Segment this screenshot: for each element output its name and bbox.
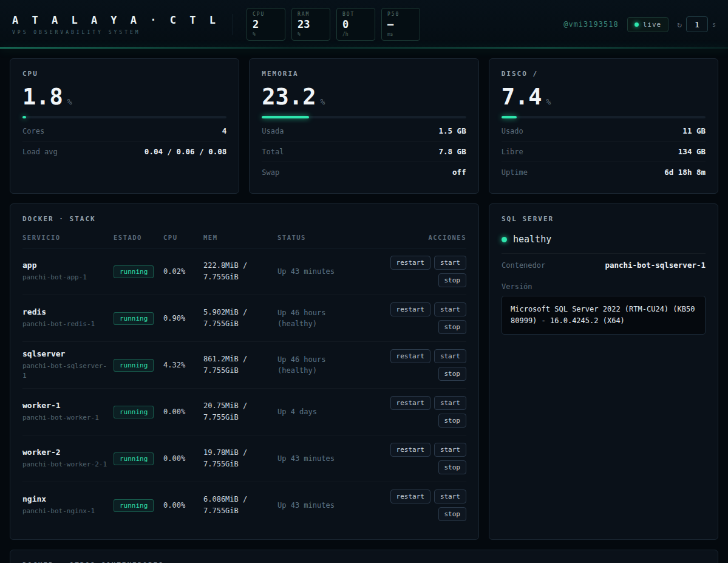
mem-cell: 20.75MiB / 7.755GiB [203, 400, 271, 423]
restart-button[interactable]: restart [390, 396, 430, 410]
actions: restart start stop [386, 302, 466, 334]
start-button[interactable]: start [434, 443, 466, 457]
status-cell: Up 46 hours (healthy) [277, 307, 350, 329]
header-stat-bot: BOT 0 /h [336, 8, 375, 41]
status-cell: Up 43 minutes [277, 266, 350, 277]
actions: restart start stop [386, 349, 466, 381]
actions: restart start stop [386, 443, 466, 474]
restart-button[interactable]: restart [390, 490, 430, 503]
mem-cell: 19.78MiB / 7.755GiB [203, 447, 271, 469]
service-row-worker-1: worker-1 panchi-bot-worker-1 running 0.0… [22, 389, 466, 435]
col-mem: MEM [203, 234, 271, 241]
running-badge: running [114, 265, 154, 278]
col-estado: ESTADO [114, 234, 157, 241]
container-label: Contenedor [502, 261, 545, 270]
docker-stack-card: DOCKER · STACK SERVICIO ESTADO CPU MEM S… [10, 203, 479, 540]
restart-button[interactable]: restart [390, 302, 430, 316]
start-button[interactable]: start [434, 256, 466, 270]
actions: restart start stop [386, 396, 466, 428]
cpu-cell: 0.90% [163, 314, 197, 322]
cpu-card: CPU 1.8 % Cores 4 Load avg 0.04 / 0.06 /… [10, 58, 239, 194]
container-name: panchi-bot-worker-1 [22, 413, 107, 423]
row-label: Usado [502, 127, 523, 135]
mem-cell: 861.2MiB / 7.755GiB [203, 353, 271, 376]
restart-button[interactable]: restart [390, 349, 430, 363]
service-name: app [22, 261, 107, 270]
start-button[interactable]: start [434, 302, 466, 316]
sql-container-row: Contenedor panchi-bot-sqlserver-1 [502, 253, 706, 276]
docker-otros-card: DOCKER · OTROS CONTENEDORES NOMBRE ESTAD… [10, 550, 718, 563]
status-cell: Up 43 minutes [277, 500, 350, 511]
cpu-cores-row: Cores 4 [22, 121, 226, 142]
live-label: live [643, 21, 662, 29]
stat-unit: % [298, 32, 324, 37]
disk-progress-fill [502, 116, 517, 118]
container-name: panchi-bot-sqlserver-1 [22, 361, 107, 381]
version-value-box: Microsoft SQL Server 2022 (RTM-CU24) (KB… [502, 296, 706, 335]
row-label: Total [262, 148, 284, 156]
restart-button[interactable]: restart [390, 256, 430, 270]
memory-percent-unit: % [320, 97, 325, 106]
service-name: nginx [22, 494, 107, 503]
live-dot-icon [634, 22, 639, 27]
memory-swap-row: Swap off [262, 162, 466, 182]
stat-label: BOT [342, 12, 369, 17]
live-status-badge[interactable]: live [627, 17, 669, 32]
version-label: Versión [502, 276, 706, 296]
restart-button[interactable]: restart [390, 443, 430, 457]
row-value: 4 [222, 126, 227, 135]
service-row-redis: redis panchi-bot-redis-1 running 0.90% 5… [22, 295, 466, 342]
running-badge: running [114, 406, 154, 418]
refresh-icon[interactable]: ↻ [677, 20, 682, 29]
row-value: off [452, 168, 466, 177]
mem-cell: 222.8MiB / 7.755GiB [203, 260, 271, 282]
stop-button[interactable]: stop [438, 507, 467, 521]
cpu-percent-unit: % [67, 97, 72, 106]
mem-cell: 5.902MiB / 7.755GiB [203, 307, 271, 329]
stat-unit: /h [342, 32, 369, 37]
cpu-card-title: CPU [22, 70, 226, 78]
actions: restart start stop [386, 490, 466, 521]
brand: A T A L A Y A · C T L VPS OBSERVABILITY … [12, 14, 233, 35]
stat-value: 0 [342, 19, 369, 30]
stat-value: 2 [253, 19, 279, 30]
refresh-unit-label: s [712, 21, 716, 28]
stop-button[interactable]: stop [438, 460, 467, 474]
service-name: worker-1 [22, 401, 107, 410]
memory-progress-fill [262, 116, 309, 118]
sql-server-card: SQL SERVER healthy Contenedor panchi-bot… [489, 203, 718, 540]
refresh-interval-input[interactable] [686, 16, 708, 32]
stat-value: – [387, 19, 414, 30]
col-status: STATUS [277, 234, 350, 241]
disk-card-title: DISCO / [502, 70, 706, 78]
container-name: panchi-bot-app-1 [22, 273, 107, 282]
stop-button[interactable]: stop [438, 320, 467, 334]
row-value: 0.04 / 0.06 / 0.08 [145, 147, 226, 156]
service-name: redis [22, 307, 107, 316]
app-title: A T A L A Y A · C T L [12, 14, 219, 26]
hostname-label: @vmi3193518 [563, 20, 618, 29]
cpu-cell: 0.00% [163, 454, 197, 463]
stop-button[interactable]: stop [438, 273, 467, 287]
header-stat-ram: RAM 23 % [291, 8, 330, 41]
memory-used-row: Usada 1.5 GB [262, 121, 466, 142]
cpu-percent-value: 1.8 [22, 86, 63, 108]
memory-percent-value: 23.2 [262, 86, 316, 108]
sql-health-status: healthy [502, 234, 706, 253]
row-value: 1.5 GB [439, 126, 466, 135]
row-value: 7.8 GB [439, 147, 466, 156]
start-button[interactable]: start [434, 349, 466, 363]
header-right: @vmi3193518 live ↻ s [563, 16, 716, 32]
disk-uptime-row: Uptime 6d 18h 8m [502, 162, 706, 182]
sql-server-title: SQL SERVER [502, 215, 706, 223]
service-row-nginx: nginx panchi-bot-nginx-1 running 0.00% 6… [22, 482, 466, 528]
row-value: 11 GB [682, 126, 706, 135]
start-button[interactable]: start [434, 396, 466, 410]
stop-button[interactable]: stop [438, 367, 467, 381]
service-name: sqlserver [22, 349, 107, 358]
stop-button[interactable]: stop [438, 414, 467, 428]
disk-free-row: Libre 134 GB [502, 142, 706, 162]
docker-stack-title: DOCKER · STACK [22, 215, 466, 223]
header-stat-cpu: CPU 2 % [247, 8, 285, 41]
start-button[interactable]: start [434, 490, 466, 503]
